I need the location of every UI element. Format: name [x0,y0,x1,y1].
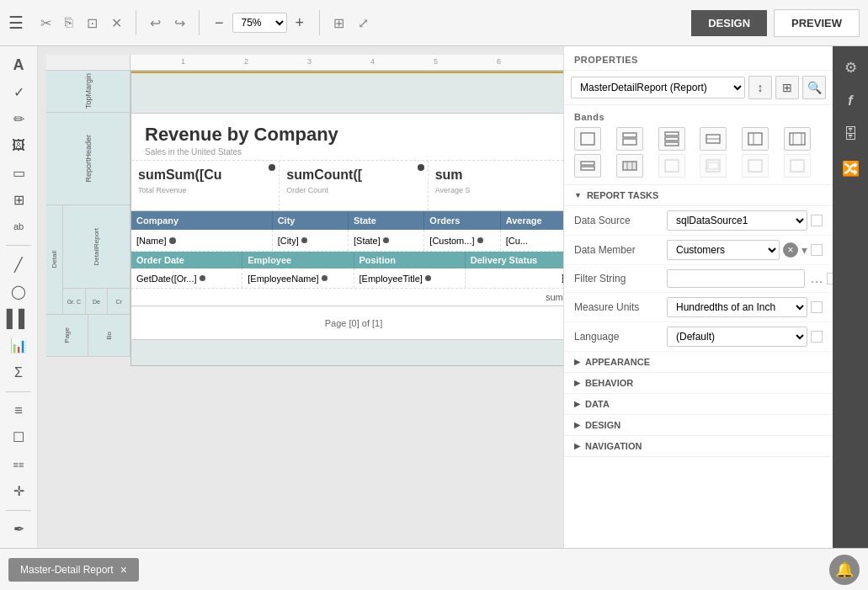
zoom-plus-button[interactable]: + [290,13,310,34]
language-value: (Default) [667,327,823,347]
delete-icon[interactable]: ✕ [108,12,125,35]
data-source-check[interactable] [811,215,823,226]
svg-rect-4 [665,137,679,141]
band-btn-8[interactable] [616,154,643,178]
measure-units-select[interactable]: Hundredths of an Inch [667,297,807,317]
page-icon[interactable]: ☐ [3,426,34,449]
detail-header-city: City [273,211,349,230]
report-with-bands: TopMargin ReportHeader Detail DetailRe [46,71,563,366]
report-tasks-section[interactable]: ▼ REPORT TASKS [564,185,833,206]
filter-dots-button[interactable]: … [810,271,823,286]
navigation-section[interactable]: ▶ NAVIGATION [564,436,833,457]
pos-field: [EmployeeTitle] [359,274,423,284]
stack-icon[interactable]: ≡≡ [3,453,34,476]
pencil-icon[interactable]: ✏ [3,107,34,130]
top-margin-line [131,72,563,73]
data-member-dropdown[interactable]: ▾ [801,243,807,257]
sigma-icon[interactable]: Σ [3,361,34,385]
canvas-area[interactable]: 1 2 3 4 5 6 TopMargin [38,46,563,548]
function-icon[interactable]: f [836,87,865,115]
main-content: A ✓ ✏ 🖼 ▭ ⊞ ab ╱ ◯ ▌▌ 📊 Σ ≡ ☐ ≡≡ ✛ ✒ 1 2… [0,46,868,548]
left-divider-3 [6,510,31,511]
redo-icon[interactable]: ↪ [171,12,189,35]
hamburger-icon[interactable]: ☰ [8,13,24,33]
behavior-label: BEHAVIOR [585,378,633,388]
master-detail-tab[interactable]: Master-Detail Report × [8,558,139,582]
data-section[interactable]: ▶ DATA [564,394,833,415]
behavior-section[interactable]: ▶ BEHAVIOR [564,373,833,394]
state-field: [State] [354,236,381,246]
measure-check[interactable] [811,301,823,313]
band-btn-10[interactable] [700,154,727,178]
undo-icon[interactable]: ↩ [146,12,164,35]
tab-label: Master-Detail Report [20,564,114,576]
tab-close-button[interactable]: × [120,563,127,577]
table-icon[interactable]: ⊞ [3,188,34,211]
cylinder-icon[interactable]: 🗄 [836,120,865,149]
fullscreen-icon[interactable]: ⤢ [354,12,372,35]
measure-units-label: Measure Units [574,301,667,313]
band-btn-2[interactable] [616,127,643,151]
band-btn-4[interactable] [700,127,727,151]
search-icon[interactable]: 🔍 [802,76,826,99]
design-button[interactable]: DESIGN [691,10,767,36]
chart-icon[interactable]: 📊 [3,334,34,358]
detail-header-state: State [349,211,424,230]
navigation-arrow: ▶ [574,442,580,450]
band-btn-6[interactable] [784,127,811,151]
org-chart-icon[interactable]: 🔀 [836,154,865,183]
gear-icon[interactable]: ⚙ [836,53,865,82]
language-label: Language [574,331,667,343]
grid-view-icon[interactable]: ⊞ [775,76,799,99]
sign-icon[interactable]: ✒ [3,518,34,541]
sort-icon[interactable]: ↕ [748,76,772,99]
measure-units-value: Hundredths of an Inch [667,297,823,317]
design-section[interactable]: ▶ DESIGN [564,415,833,436]
copy-icon[interactable]: ⎘ [61,12,77,34]
text-tool-icon[interactable]: A [3,53,34,77]
list-icon[interactable]: ≡ [3,399,34,423]
clear-member-button[interactable]: × [783,242,798,258]
svg-rect-22 [791,160,804,172]
band-btn-3[interactable] [658,127,685,151]
data-member-select[interactable]: Customers [667,240,780,260]
detail-cell-orders: [Custom...] [424,230,500,251]
band-btn-5[interactable] [742,127,769,151]
preview-button[interactable]: PREVIEW [774,9,860,37]
zoom-minus-button[interactable]: − [210,13,229,34]
notification-bell-button[interactable]: 🔔 [829,555,860,585]
data-source-select[interactable]: sqlDataSource1 [667,210,807,231]
align-icon[interactable]: ✛ [3,480,34,503]
band-btn-1[interactable] [574,127,601,151]
band-btn-9[interactable] [658,154,685,178]
name-field: [Name] [136,236,166,246]
city-field: [City] [278,236,299,246]
barcode-icon[interactable]: ▌▌ [3,307,34,331]
divider-3 [319,10,320,35]
ab-icon[interactable]: ab [3,215,34,238]
report-selector[interactable]: MasterDetailReport (Report) [571,77,745,98]
left-sidebar: A ✓ ✏ 🖼 ▭ ⊞ ab ╱ ◯ ▌▌ 📊 Σ ≡ ☐ ≡≡ ✛ ✒ [0,46,38,548]
appearance-section[interactable]: ▶ APPEARANCE [564,352,833,373]
band-btn-12[interactable] [784,154,811,178]
fit-page-icon[interactable]: ⊞ [330,12,348,35]
filter-string-input[interactable] [667,269,805,288]
bottom-margin-section [131,340,563,365]
data-member-check[interactable] [811,244,823,256]
svg-rect-3 [665,132,679,136]
circle-icon[interactable]: ◯ [3,279,34,303]
paste-icon[interactable]: ⊡ [83,12,101,35]
check-tool-icon[interactable]: ✓ [3,80,34,104]
band-btn-11[interactable] [742,154,769,178]
language-check[interactable] [811,331,823,343]
line-icon[interactable]: ╱ [3,252,34,276]
language-select[interactable]: (Default) [667,327,807,347]
field-dot-4 [477,237,483,243]
zoom-select[interactable]: 75%50%100%125% [232,13,287,33]
band-btn-7[interactable] [574,154,601,178]
sub-header-emp: Employee [242,252,354,268]
filter-check[interactable] [827,273,833,284]
cut-icon[interactable]: ✂ [37,12,55,35]
rect-icon[interactable]: ▭ [3,161,34,184]
image-icon[interactable]: 🖼 [3,134,34,157]
